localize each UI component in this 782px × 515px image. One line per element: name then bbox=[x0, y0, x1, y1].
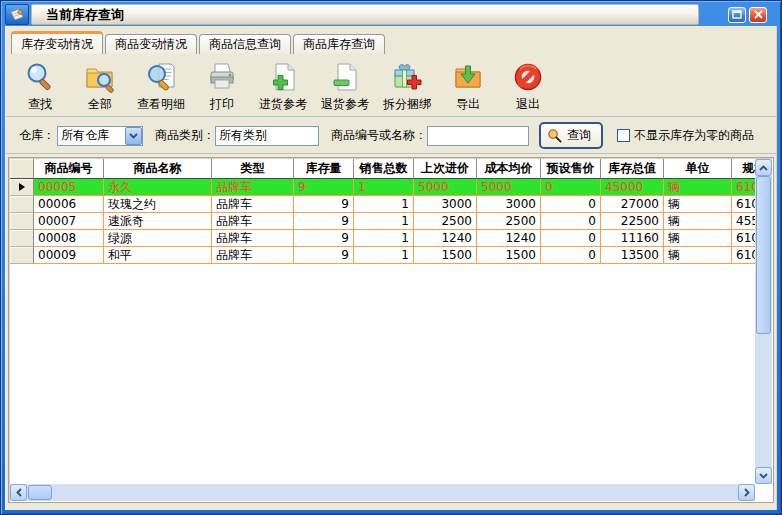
chevron-down-icon[interactable] bbox=[125, 127, 142, 145]
cell[interactable]: 1 bbox=[354, 247, 414, 264]
cell[interactable]: 9 bbox=[294, 179, 354, 196]
column-header-0[interactable]: 商品编号 bbox=[34, 159, 104, 179]
cell[interactable]: 辆 bbox=[664, 230, 732, 247]
scroll-right-icon[interactable] bbox=[738, 484, 755, 501]
cell[interactable]: 3000 bbox=[414, 196, 477, 213]
cell[interactable]: 辆 bbox=[664, 196, 732, 213]
query-button[interactable]: 查询 bbox=[539, 122, 603, 149]
cell[interactable]: 品牌车 bbox=[212, 213, 294, 230]
return-ref-button[interactable]: 退货参考 bbox=[321, 60, 369, 113]
column-header-4[interactable]: 销售总数 bbox=[354, 159, 414, 179]
cell[interactable]: 1 bbox=[354, 196, 414, 213]
purchase-ref-button[interactable]: 进货参考 bbox=[259, 60, 307, 113]
print-button[interactable]: 打印 bbox=[199, 60, 245, 113]
cell[interactable]: 5000 bbox=[477, 179, 541, 196]
cell[interactable]: 00007 bbox=[34, 213, 104, 230]
column-header-10[interactable]: 规格型号 bbox=[732, 159, 755, 179]
vertical-scrollbar[interactable] bbox=[755, 159, 772, 484]
tab-0[interactable]: 库存变动情况 bbox=[11, 31, 103, 54]
cell[interactable]: 0 bbox=[541, 213, 601, 230]
cell[interactable]: 品牌车 bbox=[212, 247, 294, 264]
find-button[interactable]: 查找 bbox=[17, 60, 63, 113]
hide-zero-checkbox[interactable] bbox=[617, 129, 630, 142]
row-indicator[interactable] bbox=[10, 213, 34, 230]
cell[interactable]: 610mm bbox=[732, 230, 755, 247]
cell[interactable]: 11160 bbox=[601, 230, 664, 247]
row-indicator[interactable] bbox=[10, 196, 34, 213]
cell[interactable]: 辆 bbox=[664, 247, 732, 264]
split-bundle-button[interactable]: 拆分捆绑 bbox=[383, 60, 431, 113]
cell[interactable]: 绿源 bbox=[104, 230, 212, 247]
close-button[interactable] bbox=[749, 7, 767, 23]
cell[interactable]: 和平 bbox=[104, 247, 212, 264]
column-header-5[interactable]: 上次进价 bbox=[414, 159, 477, 179]
cell[interactable]: 610mm bbox=[732, 196, 755, 213]
cell[interactable]: 22500 bbox=[601, 213, 664, 230]
cell[interactable]: 辆 bbox=[664, 179, 732, 196]
cell[interactable]: 9 bbox=[294, 230, 354, 247]
restore-button[interactable] bbox=[728, 7, 746, 23]
scroll-left-icon[interactable] bbox=[10, 484, 27, 501]
cell[interactable]: 9 bbox=[294, 247, 354, 264]
table-row[interactable]: 00005永久品牌车9150005000045000辆610mm bbox=[10, 179, 755, 196]
table-row[interactable]: 00008绿源品牌车9112401240011160辆610mm bbox=[10, 230, 755, 247]
tab-1[interactable]: 商品变动情况 bbox=[105, 34, 197, 54]
table-row[interactable]: 00009和平品牌车9115001500013500辆610mm bbox=[10, 247, 755, 264]
horizontal-scroll-thumb[interactable] bbox=[28, 485, 52, 500]
column-header-9[interactable]: 单位 bbox=[664, 159, 732, 179]
tab-3[interactable]: 商品库存查询 bbox=[293, 34, 385, 54]
cell[interactable]: 2500 bbox=[477, 213, 541, 230]
tab-2[interactable]: 商品信息查询 bbox=[199, 34, 291, 54]
cell[interactable]: 00009 bbox=[34, 247, 104, 264]
cell[interactable]: 9 bbox=[294, 196, 354, 213]
cell[interactable]: 27000 bbox=[601, 196, 664, 213]
horizontal-scrollbar[interactable] bbox=[10, 484, 755, 501]
table-row[interactable]: 00006玫瑰之约品牌车9130003000027000辆610mm bbox=[10, 196, 755, 213]
cell[interactable]: 0 bbox=[541, 247, 601, 264]
cell[interactable]: 13500 bbox=[601, 247, 664, 264]
row-indicator[interactable] bbox=[10, 230, 34, 247]
cell[interactable]: 610mm bbox=[732, 247, 755, 264]
export-button[interactable]: 导出 bbox=[445, 60, 491, 113]
row-indicator[interactable] bbox=[10, 179, 34, 196]
cell[interactable]: 玫瑰之约 bbox=[104, 196, 212, 213]
cell[interactable]: 1240 bbox=[414, 230, 477, 247]
cell[interactable]: 辆 bbox=[664, 213, 732, 230]
cell[interactable]: 00006 bbox=[34, 196, 104, 213]
cell[interactable]: 永久 bbox=[104, 179, 212, 196]
column-header-6[interactable]: 成本均价 bbox=[477, 159, 541, 179]
column-header-2[interactable]: 类型 bbox=[212, 159, 294, 179]
cell[interactable]: 0 bbox=[541, 179, 601, 196]
cell[interactable]: 1 bbox=[354, 230, 414, 247]
cell[interactable]: 00008 bbox=[34, 230, 104, 247]
cell[interactable]: 610mm bbox=[732, 179, 755, 196]
warehouse-select[interactable]: 所有仓库 bbox=[57, 126, 143, 146]
cell[interactable]: 1 bbox=[354, 179, 414, 196]
scroll-up-icon[interactable] bbox=[755, 159, 772, 176]
cell[interactable]: 品牌车 bbox=[212, 230, 294, 247]
cell[interactable]: 品牌车 bbox=[212, 179, 294, 196]
scroll-down-icon[interactable] bbox=[755, 467, 772, 484]
cell[interactable]: 1240 bbox=[477, 230, 541, 247]
column-header-1[interactable]: 商品名称 bbox=[104, 159, 212, 179]
column-header-8[interactable]: 库存总值 bbox=[601, 159, 664, 179]
column-header-7[interactable]: 预设售价 bbox=[541, 159, 601, 179]
exit-button[interactable]: 退出 bbox=[505, 60, 551, 113]
view-detail-button[interactable]: 查看明细 bbox=[137, 60, 185, 113]
table-row[interactable]: 00007速派奇品牌车9125002500022500辆455mm bbox=[10, 213, 755, 230]
cell[interactable]: 1 bbox=[354, 213, 414, 230]
row-indicator[interactable] bbox=[10, 247, 34, 264]
column-header-3[interactable]: 库存量 bbox=[294, 159, 354, 179]
category-input[interactable] bbox=[215, 126, 319, 146]
cell[interactable]: 速派奇 bbox=[104, 213, 212, 230]
cell[interactable]: 1500 bbox=[477, 247, 541, 264]
cell[interactable]: 0 bbox=[541, 196, 601, 213]
cell[interactable]: 1500 bbox=[414, 247, 477, 264]
cell[interactable]: 9 bbox=[294, 213, 354, 230]
cell[interactable]: 5000 bbox=[414, 179, 477, 196]
cell[interactable]: 3000 bbox=[477, 196, 541, 213]
keyword-input[interactable] bbox=[427, 126, 529, 146]
cell[interactable]: 00005 bbox=[34, 179, 104, 196]
cell[interactable]: 455mm bbox=[732, 213, 755, 230]
cell[interactable]: 0 bbox=[541, 230, 601, 247]
